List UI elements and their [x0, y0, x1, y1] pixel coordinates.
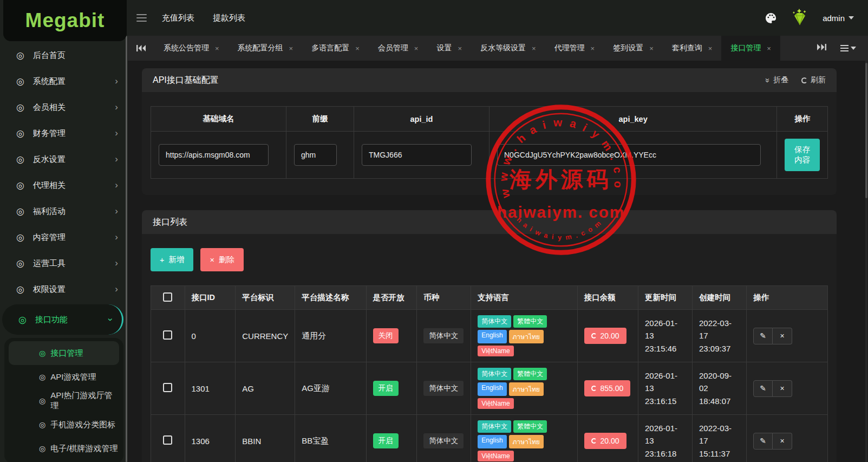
tab-close-icon[interactable]: × — [532, 44, 536, 53]
platform-code: AG — [236, 362, 295, 415]
row-checkbox[interactable] — [163, 330, 172, 340]
sidebar-item[interactable]: ◎内容管理› — [0, 224, 128, 250]
tab[interactable]: 套利查询× — [663, 36, 722, 61]
edit-button[interactable]: ✎ — [753, 380, 773, 397]
ring-icon: ◎ — [39, 349, 45, 357]
sidebar-item[interactable]: ◎财务管理› — [0, 120, 128, 146]
refresh-button[interactable]: 刷新 — [801, 75, 826, 85]
interface-id: 1306 — [185, 415, 236, 462]
delete-row-button[interactable]: × — [773, 380, 792, 397]
tab-close-icon[interactable]: × — [215, 44, 219, 53]
sidebar-subitem-label: API游戏管理 — [50, 372, 96, 382]
sidebar-subitem-label: 电子/棋牌游戏管理 — [50, 444, 118, 454]
interface-list-header: 接口列表 — [142, 210, 837, 234]
chevron-down-icon: › — [105, 318, 116, 321]
tab[interactable]: 设置× — [427, 36, 471, 61]
sidebar-item-label: 福利活动 — [33, 206, 115, 217]
sidebar-subitem[interactable]: ◎手机游戏分类图标 — [9, 413, 119, 437]
sidebar-item[interactable]: ◎会员相关› — [0, 94, 128, 120]
sidebar-subitem[interactable]: ◎API热门游戏厅管理 — [9, 389, 119, 413]
lang-tag: ViệtName — [478, 346, 513, 356]
delete-row-button[interactable]: × — [773, 328, 792, 344]
chevron-right-icon: › — [115, 102, 118, 113]
tab-options-icon[interactable] — [840, 45, 856, 51]
select-all-checkbox[interactable] — [163, 292, 172, 302]
chevron-right-icon: › — [115, 76, 118, 87]
tab-close-icon[interactable]: × — [458, 44, 462, 53]
sidebar-item[interactable]: ◎代理相关› — [0, 172, 128, 198]
interface-id: 1301 — [185, 362, 236, 415]
tab-close-icon[interactable]: × — [708, 44, 713, 53]
sidebar-item[interactable]: ◎接口功能› — [2, 304, 123, 335]
col-currency: 币种 — [417, 286, 471, 310]
delete-row-button[interactable]: × — [773, 433, 792, 450]
col-platform-name: 平台描述名称 — [295, 286, 366, 310]
delete-button[interactable]: ×删除 — [200, 248, 243, 271]
sidebar-scrollbar[interactable] — [126, 36, 127, 462]
platform-code: BBIN — [236, 415, 295, 462]
tab[interactable]: 反水等级设置× — [471, 36, 545, 61]
lang-tag: ภาษาไทย — [509, 330, 544, 343]
api-id-input[interactable] — [362, 144, 472, 166]
sidebar-subitem[interactable]: ◎电子/棋牌游戏管理 — [9, 437, 119, 460]
tab[interactable]: 系统配置分组× — [229, 36, 303, 61]
status-badge: 开启 — [373, 433, 399, 448]
nav-withdraw-list[interactable]: 提款列表 — [213, 13, 245, 23]
sidebar-item[interactable]: ◎运营工具› — [0, 250, 128, 276]
sidebar-item[interactable]: ◎系统配置› — [0, 68, 128, 94]
tab[interactable]: 会员管理× — [369, 36, 428, 61]
tab[interactable]: 接口管理× — [721, 36, 780, 61]
sidebar-item-label: 会员相关 — [33, 102, 115, 113]
row-checkbox[interactable] — [163, 383, 172, 392]
balance-badge[interactable]: 20.00 — [584, 433, 626, 449]
tab[interactable]: 系统公告管理× — [154, 36, 229, 61]
table-row: 1306BBINBB宝盈开启简体中文简体中文繁體中文Englishภาษาไทย… — [151, 415, 828, 462]
api-config-body: 基础域名 前缀 api_id api_key 操作 — [142, 92, 837, 195]
ring-icon: ◎ — [39, 420, 45, 429]
add-button[interactable]: +新增 — [151, 248, 193, 271]
tab[interactable]: 签到设置× — [604, 36, 663, 61]
tabs-scroll-right-icon[interactable] — [817, 43, 826, 53]
tab-close-icon[interactable]: × — [414, 44, 419, 53]
user-menu[interactable]: admin — [823, 14, 854, 23]
sidebar-item[interactable]: ◎后台首页 — [0, 42, 128, 68]
sidebar-toggle-icon[interactable] — [136, 14, 147, 22]
base-domain-input[interactable] — [159, 144, 269, 166]
section-title: 接口列表 — [153, 217, 187, 228]
tab-close-icon[interactable]: × — [355, 44, 360, 53]
tab-close-icon[interactable]: × — [767, 44, 771, 53]
lang-tag: English — [478, 382, 506, 396]
row-checkbox[interactable] — [163, 435, 172, 445]
ring-icon: ◎ — [39, 444, 45, 453]
sidebar-item[interactable]: ◎权限设置› — [0, 276, 128, 302]
edit-button[interactable]: ✎ — [753, 328, 773, 344]
sidebar-subitem[interactable]: ◎API游戏管理 — [9, 365, 119, 389]
tab-close-icon[interactable]: × — [289, 44, 293, 53]
sidebar-item[interactable]: ◎反水设置› — [0, 146, 128, 172]
nav-recharge-list[interactable]: 充值列表 — [162, 13, 194, 23]
tab[interactable]: 代理管理× — [545, 36, 604, 61]
save-button[interactable]: 保存内容 — [785, 139, 820, 171]
api-key-input[interactable] — [497, 144, 761, 166]
created-time: 2020-09-0218:48:07 — [693, 362, 747, 415]
updated-time: 2026-01-1323:15:46 — [638, 310, 693, 362]
sidebar-subitem[interactable]: ◎接口管理 — [9, 341, 119, 365]
double-chevron-down-icon: » — [763, 78, 772, 82]
tab-close-icon[interactable]: × — [591, 44, 595, 53]
avatar-gem-icon[interactable] — [789, 8, 811, 28]
balance-badge[interactable]: 855.00 — [584, 380, 631, 396]
edit-button[interactable]: ✎ — [753, 433, 773, 450]
balance-badge[interactable]: 20.00 — [584, 328, 626, 344]
x-icon: × — [210, 256, 214, 264]
collapse-button[interactable]: » 折叠 — [766, 75, 788, 85]
table-header-row: 接口ID 平台标识 平台描述名称 是否开放 币种 支持语言 接口余额 更新时间 … — [151, 286, 828, 310]
tab-close-icon[interactable]: × — [649, 44, 654, 53]
main-scrollbar-thumb[interactable] — [865, 63, 867, 198]
sidebar-item[interactable]: ◎福利活动› — [0, 198, 128, 224]
tabs-scroll-left-icon[interactable] — [128, 36, 154, 61]
tab[interactable]: 多语言配置× — [302, 36, 369, 61]
ring-icon: ◎ — [16, 206, 24, 217]
theme-palette-icon[interactable] — [765, 12, 777, 24]
tab-label: 多语言配置 — [311, 43, 349, 53]
prefix-input[interactable] — [294, 144, 337, 166]
